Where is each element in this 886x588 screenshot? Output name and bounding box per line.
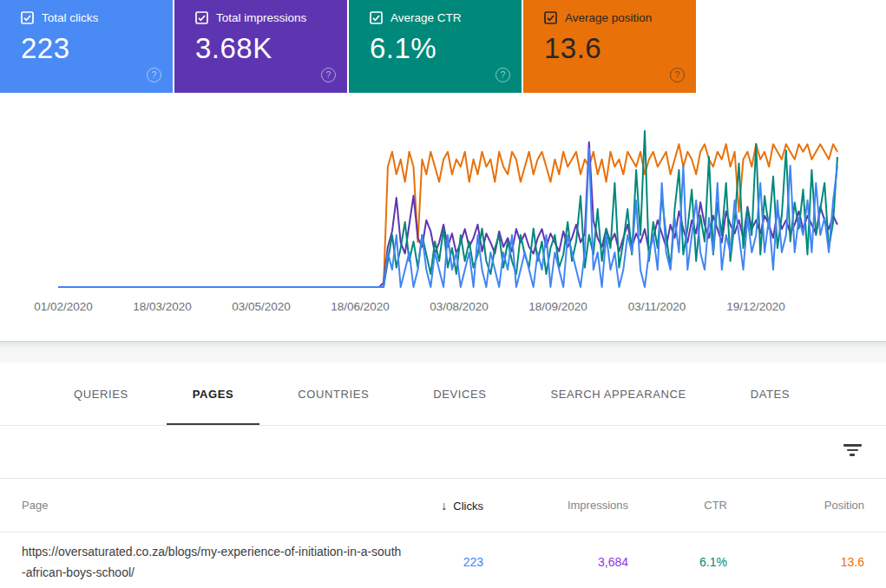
metric-card-average-ctr[interactable]: Average CTR 6.1% ?: [349, 0, 522, 93]
metric-card-total-impressions[interactable]: Total impressions 3.68K ?: [174, 0, 347, 93]
metric-label: Average CTR: [390, 11, 462, 24]
table-header: Page ↓Clicks Impressions CTR Position: [0, 479, 886, 532]
performance-chart: 01/02/202018/03/202003/05/202018/06/2020…: [0, 93, 886, 342]
table-row[interactable]: https://oversaturated.co.za/blogs/my-exp…: [0, 532, 886, 588]
metric-label: Average position: [565, 11, 652, 24]
metric-label: Total impressions: [216, 11, 306, 24]
help-icon[interactable]: ?: [496, 68, 510, 82]
metric-card-average-position[interactable]: Average position 13.6 ?: [523, 0, 696, 93]
tab-pages[interactable]: PAGES: [167, 363, 260, 425]
tab-queries[interactable]: QUERIES: [48, 363, 154, 425]
tab-dates[interactable]: DATES: [725, 363, 816, 425]
x-axis-label: 18/09/2020: [528, 300, 587, 313]
help-icon[interactable]: ?: [670, 68, 685, 82]
tab-bar: QUERIESPAGESCOUNTRIESDEVICESSEARCH APPEA…: [0, 363, 886, 426]
help-icon[interactable]: ?: [321, 68, 336, 82]
tab-search-appearance[interactable]: SEARCH APPEARANCE: [525, 363, 712, 425]
position-value: 13.6: [727, 555, 864, 569]
section-divider: [0, 342, 886, 363]
column-header-page[interactable]: Page: [22, 499, 404, 512]
x-axis-label: 18/03/2020: [133, 300, 192, 313]
ctr-value: 6.1%: [628, 555, 727, 569]
impressions-value: 3,684: [483, 555, 628, 569]
page-url-cell[interactable]: https://oversaturated.co.za/blogs/my-exp…: [22, 532, 404, 588]
x-axis-label: 18/06/2020: [331, 300, 390, 313]
table-toolbar: [0, 426, 886, 479]
column-header-position[interactable]: Position: [727, 499, 864, 512]
x-axis-label: 03/11/2020: [628, 300, 686, 313]
checkbox-checked-icon[interactable]: [195, 11, 208, 24]
metric-value: 223: [21, 32, 173, 65]
metric-card-total-clicks[interactable]: Total clicks 223 ?: [0, 0, 173, 93]
checkbox-checked-icon[interactable]: [370, 11, 383, 24]
checkbox-checked-icon[interactable]: [544, 11, 557, 24]
metric-value: 6.1%: [370, 32, 522, 65]
clicks-value: 223: [404, 555, 483, 569]
filter-icon[interactable]: [840, 438, 864, 462]
metric-label: Total clicks: [42, 11, 98, 24]
x-axis-label: 03/05/2020: [232, 300, 291, 313]
checkbox-checked-icon[interactable]: [21, 11, 34, 24]
column-header-clicks[interactable]: ↓Clicks: [404, 499, 483, 513]
help-icon[interactable]: ?: [147, 68, 161, 82]
metric-value: 3.68K: [195, 32, 347, 65]
tab-devices[interactable]: DEVICES: [407, 363, 512, 425]
table-body: https://oversaturated.co.za/blogs/my-exp…: [0, 532, 886, 588]
column-header-impressions[interactable]: Impressions: [483, 499, 628, 512]
summary-cards: Total clicks 223 ? Total impressions 3.6…: [0, 0, 886, 93]
x-axis-label: 19/12/2020: [726, 300, 785, 313]
tab-countries[interactable]: COUNTRIES: [272, 363, 395, 425]
line-chart: 01/02/202018/03/202003/05/202018/06/2020…: [0, 93, 886, 341]
column-header-ctr[interactable]: CTR: [628, 499, 727, 512]
metric-value: 13.6: [544, 32, 696, 65]
sort-desc-icon: ↓: [441, 499, 447, 513]
x-axis-label: 03/08/2020: [430, 300, 489, 313]
x-axis-label: 01/02/2020: [34, 300, 93, 313]
